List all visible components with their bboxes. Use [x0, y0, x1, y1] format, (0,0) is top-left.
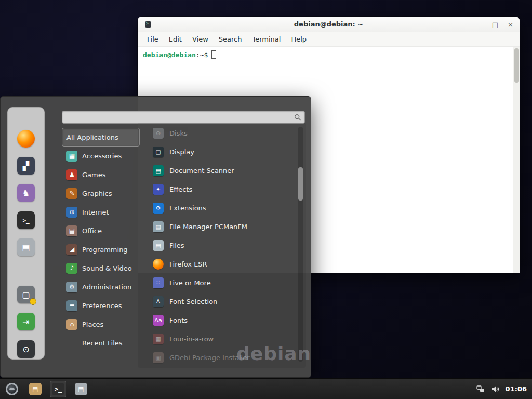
category-office[interactable]: ▤ Office	[62, 221, 140, 240]
preferences-icon: ≡	[66, 300, 77, 311]
terminal-titlebar[interactable]: debian@debian: ~ – □ ×	[138, 17, 520, 32]
fonts-icon: Aa	[153, 315, 164, 326]
app-label: Display	[169, 148, 194, 156]
launcher-files[interactable]: ▤	[73, 381, 89, 397]
shutdown-icon: ⊙	[17, 340, 35, 358]
pidgin-icon: ♞	[17, 184, 35, 202]
five-or-more-icon: ∷	[153, 277, 164, 288]
terminal-window-icon	[145, 21, 151, 28]
category-label: Programming	[82, 246, 128, 254]
app-firefox-esr[interactable]: Firefox ESR	[149, 255, 297, 273]
internet-icon: ⊕	[66, 207, 77, 218]
terminal-scrollbar[interactable]	[513, 47, 520, 273]
effects-icon: ✦	[153, 184, 164, 195]
terminal-cursor	[211, 50, 216, 59]
places-icon: ⌂	[66, 319, 77, 330]
favorite-file-manager[interactable]: ▤	[17, 238, 35, 256]
category-programming[interactable]: ◢ Programming	[62, 240, 140, 259]
menu-help[interactable]: Help	[286, 33, 312, 45]
app-label: Effects	[169, 185, 192, 193]
extensions-icon: ⚙	[153, 203, 164, 214]
terminal-scrollbar-thumb[interactable]	[514, 48, 519, 83]
menu-button[interactable]	[3, 380, 21, 398]
category-label: Administration	[82, 283, 131, 291]
category-label: Graphics	[82, 190, 112, 197]
terminal-title: debian@debian: ~	[138, 20, 520, 28]
category-accessories[interactable]: ▦ Accessories	[62, 147, 140, 165]
app-disks[interactable]: ⊙ Disks	[149, 124, 297, 142]
network-icon[interactable]	[476, 385, 485, 393]
app-file-manager-pcmanfm[interactable]: ▤ File Manager PCManFM	[149, 217, 297, 236]
launcher-terminal[interactable]: >_	[50, 381, 66, 397]
launcher-file-cabinet[interactable]: ▤	[27, 381, 44, 397]
app-gdebi-package-installer[interactable]: ▣ GDebi Package Installer	[149, 348, 297, 367]
category-label: Games	[82, 171, 105, 179]
app-label: Font Selection	[169, 298, 217, 305]
category-preferences[interactable]: ≡ Preferences	[62, 296, 140, 315]
menu-search[interactable]: Search	[214, 33, 247, 45]
category-sound-video[interactable]: ♪ Sound & Video	[62, 259, 140, 277]
app-label: Extensions	[169, 204, 206, 212]
clock[interactable]: 01:06	[506, 385, 527, 393]
category-label: Preferences	[82, 302, 122, 310]
close-button[interactable]: ×	[508, 21, 513, 28]
app-label: GDebi Package Installer	[169, 354, 250, 362]
menu-search-input[interactable]	[65, 113, 294, 121]
app-extensions[interactable]: ⚙ Extensions	[149, 198, 297, 217]
favorite-photos[interactable]: ▞	[17, 157, 35, 175]
desktop: debian@debian: ~ – □ × File Edit View Se…	[0, 0, 532, 399]
category-all-applications[interactable]: All Applications	[62, 128, 140, 147]
menu-edit[interactable]: Edit	[164, 33, 187, 45]
administration-icon: ⚙	[66, 282, 77, 292]
sound-video-icon: ♪	[66, 263, 77, 274]
accessories-icon: ▦	[66, 151, 77, 162]
app-effects[interactable]: ✦ Effects	[149, 180, 297, 198]
app-label: Fonts	[169, 316, 188, 324]
firefox-icon	[17, 130, 35, 148]
app-label: Files	[169, 242, 184, 249]
category-internet[interactable]: ⊕ Internet	[62, 203, 140, 221]
lock-screen-button[interactable]: ▢	[17, 286, 35, 303]
logout-icon: ⇥	[17, 313, 35, 330]
category-games[interactable]: ♟ Games	[62, 165, 140, 184]
favorite-pidgin[interactable]: ♞	[17, 184, 35, 202]
terminal-menubar: File Edit View Search Terminal Help	[138, 32, 520, 47]
files-icon: ▤	[153, 240, 164, 251]
graphics-icon: ✎	[66, 188, 77, 199]
office-icon: ▤	[66, 225, 77, 236]
pcmanfm-icon: ▤	[153, 221, 164, 232]
category-graphics[interactable]: ✎ Graphics	[62, 184, 140, 203]
category-administration[interactable]: ⚙ Administration	[62, 277, 140, 296]
logout-button[interactable]: ⇥	[17, 313, 35, 330]
menu-terminal[interactable]: Terminal	[247, 33, 286, 45]
category-recent-files[interactable]: Recent Files	[62, 334, 140, 352]
menu-logo-icon	[6, 383, 18, 395]
app-label: Disks	[169, 129, 188, 137]
app-fonts[interactable]: Aa Fonts	[149, 311, 297, 329]
search-icon	[294, 114, 301, 121]
maximize-button[interactable]: □	[492, 21, 498, 28]
app-document-scanner[interactable]: ▤ Document Scanner	[149, 161, 297, 180]
application-menu: ▞ ♞ >_ ▤ ▢ ⇥ ⊙	[0, 96, 311, 378]
app-five-or-more[interactable]: ∷ Five or More	[149, 273, 297, 292]
files-launcher-icon: ▤	[75, 383, 87, 395]
app-files[interactable]: ▤ Files	[149, 236, 297, 255]
minimize-button[interactable]: –	[479, 21, 483, 28]
app-display[interactable]: ▢ Display	[149, 142, 297, 161]
app-four-in-a-row[interactable]: ▦ Four-in-a-row	[149, 329, 297, 348]
menu-view[interactable]: View	[187, 33, 214, 45]
volume-icon[interactable]	[491, 385, 499, 393]
category-places[interactable]: ⌂ Places	[62, 315, 140, 334]
firefox-esr-icon	[153, 259, 164, 270]
favorite-terminal[interactable]: >_	[17, 211, 35, 229]
app-font-selection[interactable]: A Font Selection	[149, 292, 297, 311]
applications-scrollbar-thumb[interactable]	[298, 167, 303, 201]
category-list: All Applications ▦ Accessories ♟ Games ✎…	[62, 128, 140, 352]
app-label: Four-in-a-row	[169, 335, 214, 343]
applications-scrollbar[interactable]	[298, 127, 303, 362]
shutdown-button[interactable]: ⊙	[17, 340, 35, 358]
disks-icon: ⊙	[153, 128, 164, 139]
favorite-firefox[interactable]	[17, 130, 35, 148]
font-selection-icon: A	[153, 296, 164, 307]
menu-file[interactable]: File	[142, 33, 164, 45]
